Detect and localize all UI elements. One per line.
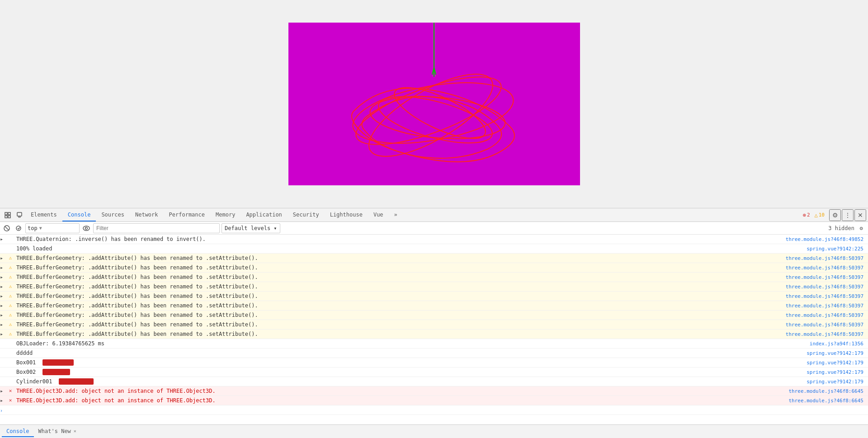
row-message: THREE.BufferGeometry: .addAttribute() ha… [14,292,778,300]
tab-console[interactable]: Console [62,209,96,221]
row-source[interactable]: spring.vue?9142:179 [778,377,868,386]
row-source[interactable]: three.module.js?46f8:50397 [778,264,868,272]
close-devtools-button[interactable]: ✕ [854,209,866,221]
tab-performance[interactable]: Performance [164,209,210,221]
console-toolbar: top ▼ Default levels ▾ 3 hidden ⚙ [0,222,868,235]
bottom-bar: Console What's New ✕ [0,424,868,438]
warning-and-comment-block: ▸ ⚠ THREE.BufferGeometry: .addAttribute(… [0,254,868,339]
tab-elements[interactable]: Elements [25,209,62,221]
warning-badge: △ 10 [815,212,825,218]
row-expand [0,349,6,350]
row-message: THREE.Quaternion: .inverse() has been re… [14,235,778,243]
tab-application[interactable]: Application [241,209,287,221]
console-row: ▸ ⚠ THREE.BufferGeometry: .addAttribute(… [0,282,868,292]
row-icon [6,349,14,350]
tab-more[interactable]: » [389,209,403,221]
row-expand[interactable]: ▸ [0,301,6,309]
row-source[interactable]: three.module.js?46f8:6645 [778,396,868,405]
log-levels-dropdown[interactable]: Default levels ▾ [222,223,280,233]
svg-point-18 [83,226,90,231]
row-source[interactable]: three.module.js?46f8:50397 [778,273,868,281]
row-source[interactable]: index.js?a94f:1356 [778,339,868,348]
row-source[interactable]: spring.vue?9142:179 [778,349,868,357]
row-icon [6,377,14,378]
error-icon: ✕ [6,396,14,403]
context-selector[interactable]: top ▼ [25,223,80,233]
eye-button[interactable] [81,223,91,233]
row-icon [6,358,14,359]
console-row: Cylinder001 ____ spring.vue?9142:179 [0,377,868,386]
clear-console-button[interactable] [2,223,12,233]
row-expand[interactable]: ▸ [0,254,6,261]
tab-security[interactable]: Security [288,209,325,221]
row-source[interactable]: three.module.js?46f8:50397 [778,330,868,338]
tab-network[interactable]: Network [130,209,164,221]
console-row: ddddd spring.vue?9142:179 [0,349,868,358]
svg-point-7 [358,59,504,172]
row-icon [6,235,14,236]
console-messages[interactable]: ▸ THREE.Quaternion: .inverse() has been … [0,235,868,424]
row-expand[interactable]: ▸ [0,320,6,328]
row-expand[interactable]: ▸ [0,387,6,394]
warning-icon: ⚠ [6,264,14,270]
row-source[interactable]: three.module.js?46f8:50397 [778,283,868,291]
bottom-tab-whats-new[interactable]: What's New ✕ [34,426,81,437]
row-source[interactable]: spring.vue?9142:179 [778,358,868,367]
row-message: THREE.BufferGeometry: .addAttribute() ha… [14,320,778,329]
row-expand[interactable]: ▸ [0,292,6,299]
row-source[interactable]: three.module.js?46f8:50397 [778,320,868,329]
row-expand[interactable]: ▸ [0,330,6,337]
error-icon: ✕ [6,387,14,394]
row-expand[interactable]: ▸ [0,311,6,318]
device-toolbar-button[interactable] [14,209,25,221]
preserve-log-button[interactable] [14,223,24,233]
settings-button[interactable]: ⚙ [829,209,841,221]
warning-icon: ⚠ [6,301,14,308]
row-expand [0,339,6,340]
row-source[interactable]: spring.vue?9142:225 [778,245,868,253]
console-row: ▸ ⚠ THREE.BufferGeometry: .addAttribute(… [0,320,868,330]
warning-icon: ⚠ [6,283,14,289]
row-message: THREE.BufferGeometry: .addAttribute() ha… [14,254,778,262]
row-message: THREE.BufferGeometry: .addAttribute() ha… [14,301,778,310]
warning-icon: ⚠ [6,320,14,327]
row-expand[interactable]: ▸ [0,283,6,290]
prompt-arrow: › [0,407,6,413]
row-expand[interactable]: ▸ [0,273,6,280]
tab-sources[interactable]: Sources [96,209,130,221]
row-message: THREE.Object3D.add: object not an instan… [14,387,778,395]
row-expand[interactable]: ▸ [0,235,6,242]
warning-icon: ⚠ [6,330,14,337]
svg-point-5 [349,63,509,158]
tab-memory[interactable]: Memory [210,209,241,221]
row-expand [0,368,6,369]
row-expand[interactable]: ▸ [0,264,6,271]
row-message: THREE.BufferGeometry: .addAttribute() ha… [14,311,778,319]
tab-vue[interactable]: Vue [368,209,389,221]
close-whats-new-button[interactable]: ✕ [74,429,76,433]
bottom-tab-console[interactable]: Console [2,426,34,437]
console-row: ▸ ⚠ THREE.BufferGeometry: .addAttribute(… [0,330,868,339]
row-source[interactable]: three.module.js?46f8:49852 [778,235,868,243]
warning-rows: ▸ ⚠ THREE.BufferGeometry: .addAttribute(… [0,254,868,339]
row-source[interactable]: three.module.js?46f8:50397 [778,311,868,319]
more-options-button[interactable]: ⋮ [842,209,854,221]
inspect-element-button[interactable] [2,209,14,221]
row-expand[interactable]: ▸ [0,396,6,404]
row-source[interactable]: three.module.js?46f8:50397 [778,254,868,262]
console-row: ▸ ⚠ THREE.BufferGeometry: .addAttribute(… [0,292,868,301]
tab-lighthouse[interactable]: Lighthouse [325,209,368,221]
row-source[interactable]: spring.vue?9142:179 [778,368,868,376]
console-input[interactable] [14,406,868,414]
row-source[interactable]: three.module.js?46f8:6645 [778,387,868,395]
row-expand [0,358,6,359]
svg-rect-14 [19,217,20,217]
console-settings-button[interactable]: ⚙ [856,223,866,233]
row-source[interactable]: three.module.js?46f8:50397 [778,301,868,310]
row-source[interactable]: three.module.js?46f8:50397 [778,292,868,300]
svg-point-4 [368,91,507,144]
console-row: ▸ ✕ THREE.Object3D.add: object not an in… [0,396,868,405]
console-prompt-row[interactable]: › [0,405,868,415]
svg-point-17 [16,226,21,231]
filter-input[interactable] [93,223,220,233]
